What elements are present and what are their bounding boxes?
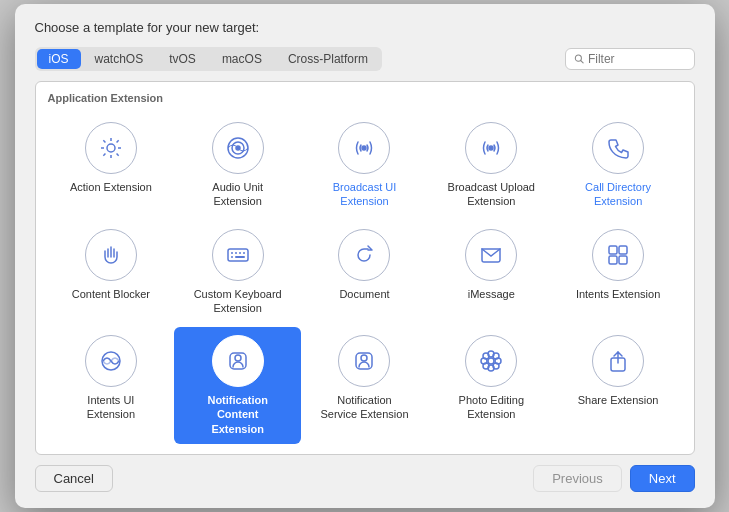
template-label-share: Share Extension — [578, 393, 659, 407]
svg-point-7 — [489, 146, 493, 150]
svg-point-23 — [361, 355, 367, 361]
tab-cross-platform[interactable]: Cross-Platform — [276, 49, 380, 69]
tab-macos[interactable]: macOS — [210, 49, 274, 69]
share-icon — [592, 335, 644, 387]
template-item-broadcast-upload[interactable]: Broadcast Upload Extension — [428, 114, 555, 217]
template-item-intents[interactable]: Intents Extension — [555, 221, 682, 324]
template-label-custom-keyboard: Custom Keyboard Extension — [193, 287, 283, 316]
template-item-photo-editing[interactable]: Photo Editing Extension — [428, 327, 555, 444]
template-label-intents-ui: Intents UI Extension — [66, 393, 156, 422]
template-label-broadcast-ui: Broadcast UI Extension — [319, 180, 409, 209]
cancel-button[interactable]: Cancel — [35, 465, 113, 492]
filter-input[interactable] — [588, 52, 686, 66]
message-icon — [465, 229, 517, 281]
template-label-notification-content: Notification Content Extension — [193, 393, 283, 436]
gear-icon — [85, 122, 137, 174]
template-label-intents: Intents Extension — [576, 287, 660, 301]
tab-watchos[interactable]: watchOS — [83, 49, 156, 69]
svg-rect-8 — [228, 249, 248, 261]
intents-ui-icon — [85, 335, 137, 387]
template-item-content-blocker[interactable]: Content Blocker — [48, 221, 175, 324]
template-item-notification-content[interactable]: Notification Content Extension — [174, 327, 301, 444]
next-button[interactable]: Next — [630, 465, 695, 492]
template-label-photo-editing: Photo Editing Extension — [446, 393, 536, 422]
svg-line-1 — [580, 60, 583, 63]
svg-rect-17 — [609, 256, 617, 264]
platform-tabs: iOSwatchOStvOSmacOSCross-Platform — [35, 47, 382, 71]
template-label-action: Action Extension — [70, 180, 152, 194]
template-item-imessage[interactable]: iMessage — [428, 221, 555, 324]
notif-service-icon — [338, 335, 390, 387]
template-item-broadcast-ui[interactable]: Broadcast UI Extension — [301, 114, 428, 217]
template-label-content-blocker: Content Blocker — [72, 287, 150, 301]
refresh-icon — [338, 229, 390, 281]
template-item-intents-ui[interactable]: Intents UI Extension — [48, 327, 175, 444]
tab-ios[interactable]: iOS — [37, 49, 81, 69]
template-grid: Action Extension Audio Unit Extension Br… — [48, 114, 682, 444]
extension-section: Application Extension Action Extension A… — [35, 81, 695, 455]
template-item-document[interactable]: Document — [301, 221, 428, 324]
template-item-notification-service[interactable]: Notification Service Extension — [301, 327, 428, 444]
svg-rect-15 — [609, 246, 617, 254]
broadcast-ui-icon — [338, 122, 390, 174]
notif-content-icon — [212, 335, 264, 387]
svg-rect-16 — [619, 246, 627, 254]
template-label-broadcast-upload: Broadcast Upload Extension — [446, 180, 536, 209]
tab-tvos[interactable]: tvOS — [157, 49, 208, 69]
previous-button[interactable]: Previous — [533, 465, 622, 492]
template-item-call-directory[interactable]: Call Directory Extension — [555, 114, 682, 217]
hand-icon — [85, 229, 137, 281]
audio-icon — [212, 122, 264, 174]
svg-point-21 — [235, 355, 241, 361]
search-icon — [574, 53, 584, 65]
template-label-imessage: iMessage — [468, 287, 515, 301]
broadcast-upload-icon — [465, 122, 517, 174]
template-item-audio-unit[interactable]: Audio Unit Extension — [174, 114, 301, 217]
footer: Cancel Previous Next — [35, 465, 695, 492]
svg-point-6 — [362, 146, 366, 150]
flower-icon — [465, 335, 517, 387]
section-title: Application Extension — [48, 92, 682, 104]
template-item-action[interactable]: Action Extension — [48, 114, 175, 217]
svg-rect-18 — [619, 256, 627, 264]
template-item-custom-keyboard[interactable]: Custom Keyboard Extension — [174, 221, 301, 324]
template-label-document: Document — [339, 287, 389, 301]
footer-right: Previous Next — [533, 465, 694, 492]
filter-box[interactable] — [565, 48, 695, 70]
template-label-call-directory: Call Directory Extension — [573, 180, 663, 209]
dialog-title: Choose a template for your new target: — [35, 20, 695, 35]
main-dialog: Choose a template for your new target: i… — [15, 4, 715, 508]
intents-icon — [592, 229, 644, 281]
template-item-share[interactable]: Share Extension — [555, 327, 682, 444]
svg-point-2 — [107, 144, 115, 152]
phone-icon — [592, 122, 644, 174]
template-label-audio-unit: Audio Unit Extension — [193, 180, 283, 209]
template-label-notification-service: Notification Service Extension — [319, 393, 409, 422]
svg-point-24 — [488, 358, 494, 364]
keyboard-icon — [212, 229, 264, 281]
top-bar: iOSwatchOStvOSmacOSCross-Platform — [35, 47, 695, 71]
